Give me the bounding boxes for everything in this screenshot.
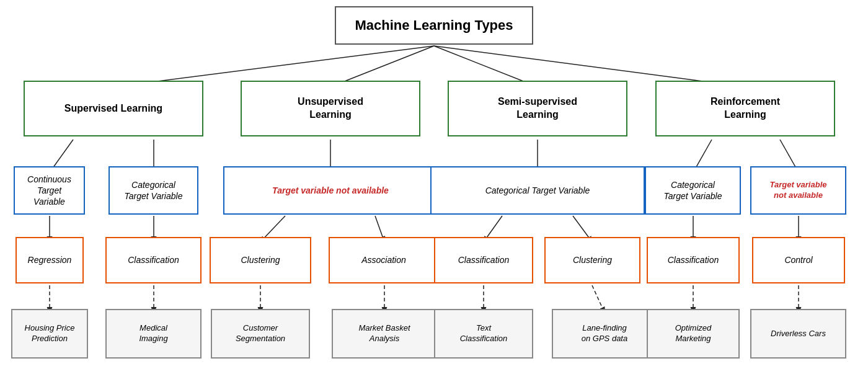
clustering-semi-label: Clustering <box>573 254 612 265</box>
categorical-semi-node: Categorical Target Variable <box>430 166 645 215</box>
lane-node: Lane-findingon GPS data <box>552 309 657 359</box>
classification-sup-node: Classification <box>105 237 202 283</box>
semi-node: Semi-supervisedLearning <box>448 81 627 136</box>
categorical-semi-label: Categorical Target Variable <box>485 185 590 196</box>
market-node: Market BasketAnalysis <box>332 309 437 359</box>
unsupervised-node: UnsupervisedLearning <box>241 81 420 136</box>
driverless-node: Driverless Cars <box>750 309 846 359</box>
customer-label: CustomerSegmentation <box>236 323 285 344</box>
semi-label: Semi-supervisedLearning <box>498 96 577 122</box>
reinforcement-node: ReinforcementLearning <box>655 81 835 136</box>
housing-label: Housing PricePrediction <box>25 323 75 344</box>
unsupervised-label: UnsupervisedLearning <box>298 96 363 122</box>
categorical-rein-node: CategoricalTarget Variable <box>645 166 741 215</box>
supervised-label: Supervised Learning <box>64 102 162 115</box>
target-not-avail2-node: Target variablenot available <box>750 166 846 215</box>
classification-sup-label: Classification <box>128 254 179 265</box>
target-not-avail-label: Target variable not available <box>272 185 389 196</box>
clustering-unsup-node: Clustering <box>210 237 311 283</box>
classification-semi-label: Classification <box>458 254 509 265</box>
lane-label: Lane-findingon GPS data <box>582 323 627 344</box>
medical-label: MedicalImaging <box>139 323 167 344</box>
categorical-rein-label: CategoricalTarget Variable <box>664 179 722 202</box>
supervised-node: Supervised Learning <box>24 81 203 136</box>
root-node: Machine Learning Types <box>335 6 533 45</box>
classification-rein-label: Classification <box>668 254 719 265</box>
optimized-node: OptimizedMarketing <box>647 309 740 359</box>
classification-semi-node: Classification <box>434 237 533 283</box>
continuous-node: ContinuousTarget Variable <box>14 166 85 215</box>
driverless-label: Driverless Cars <box>771 329 826 339</box>
market-label: Market BasketAnalysis <box>358 323 410 344</box>
reinforcement-label: ReinforcementLearning <box>711 96 780 122</box>
association-node: Association <box>329 237 439 283</box>
control-label: Control <box>784 254 812 265</box>
target-not-avail-node: Target variable not available <box>223 166 438 215</box>
text-class-node: TextClassification <box>434 309 533 359</box>
optimized-label: OptimizedMarketing <box>675 323 712 344</box>
categorical-sup-label: CategoricalTarget Variable <box>125 179 183 202</box>
target-not-avail2-label: Target variablenot available <box>769 180 826 201</box>
regression-label: Regression <box>28 254 72 265</box>
medical-node: MedicalImaging <box>105 309 202 359</box>
control-node: Control <box>752 237 845 283</box>
clustering-semi-node: Clustering <box>544 237 640 283</box>
categorical-sup-node: CategoricalTarget Variable <box>108 166 198 215</box>
text-class-label: TextClassification <box>460 323 508 344</box>
continuous-label: ContinuousTarget Variable <box>21 174 78 208</box>
diagram: Machine Learning Types Supervised Learni… <box>0 0 868 379</box>
regression-node: Regression <box>16 237 84 283</box>
association-label: Association <box>361 254 406 265</box>
root-label: Machine Learning Types <box>355 17 513 35</box>
customer-node: CustomerSegmentation <box>211 309 310 359</box>
classification-rein-node: Classification <box>647 237 740 283</box>
housing-node: Housing PricePrediction <box>11 309 88 359</box>
clustering-unsup-label: Clustering <box>241 254 280 265</box>
